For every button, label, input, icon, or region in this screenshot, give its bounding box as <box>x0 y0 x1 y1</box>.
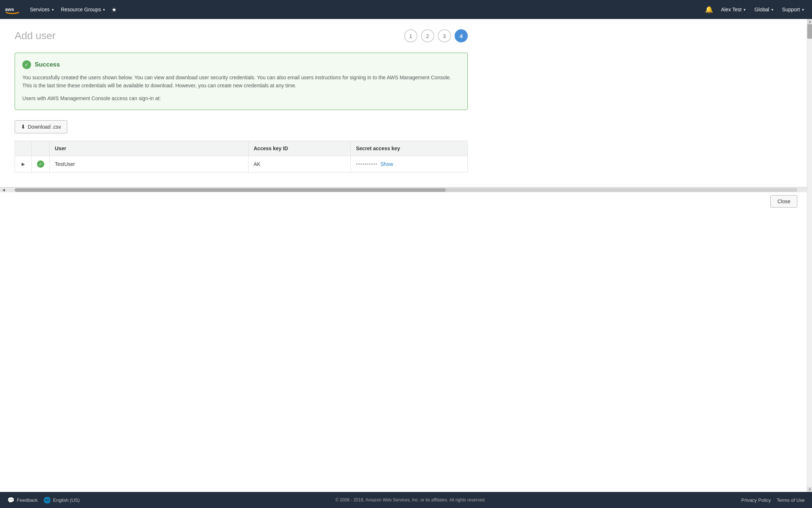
services-chevron-icon: ▾ <box>52 8 54 12</box>
footer-copyright: © 2008 - 2018, Amazon Web Services, Inc.… <box>80 497 741 503</box>
footer: 💬 Feedback 🌐 English (US) © 2008 - 2018,… <box>0 492 812 508</box>
copyright-text: © 2008 - 2018, Amazon Web Services, Inc.… <box>335 497 486 503</box>
aws-logo[interactable]: aws <box>4 4 20 15</box>
scroll-thumb <box>15 188 446 192</box>
col-secret-key-header: Secret access key <box>351 141 468 156</box>
access-key-cell: AK <box>248 156 351 173</box>
region-chevron-icon: ▾ <box>771 8 773 12</box>
vertical-scrollbar[interactable]: ▲ ▼ <box>807 19 812 492</box>
col-status-header <box>32 141 50 156</box>
status-cell: ✓ <box>32 156 50 173</box>
success-body-line1: You successfully created the users shown… <box>22 73 459 90</box>
download-btn-label: Download .csv <box>28 124 61 130</box>
success-title: Success <box>35 61 60 68</box>
success-body: You successfully created the users shown… <box>22 73 459 102</box>
page-header: Add user 1 2 3 4 <box>15 29 468 42</box>
scroll-down-arrow[interactable]: ▼ <box>807 487 812 492</box>
feedback-label: Feedback <box>17 497 38 503</box>
success-body-line2: Users with AWS Management Console access… <box>22 94 459 102</box>
expand-row-btn[interactable]: ▶ <box>20 161 26 167</box>
success-check-icon: ✓ <box>22 60 31 69</box>
close-btn-area: Close <box>0 192 812 211</box>
notifications-btn[interactable]: 🔔 <box>702 3 716 16</box>
expand-cell: ▶ <box>15 156 32 173</box>
scroll-inner-thumb <box>807 24 812 39</box>
user-label: Alex Test <box>721 7 742 12</box>
show-secret-key-link[interactable]: Show <box>380 161 393 167</box>
username-cell: TestUser <box>50 156 248 173</box>
secret-key-cell: •••••••••• Show <box>351 156 468 173</box>
globe-icon: 🌐 <box>43 497 51 504</box>
nav-right: 🔔 Alex Test ▾ Global ▾ Support ▾ <box>702 3 808 16</box>
resource-groups-nav-btn[interactable]: Resource Groups ▾ <box>57 4 109 15</box>
user-menu-btn[interactable]: Alex Test ▾ <box>717 4 750 15</box>
support-chevron-icon: ▾ <box>802 8 804 12</box>
success-header: ✓ Success <box>22 60 459 69</box>
step-indicators: 1 2 3 4 <box>404 29 468 42</box>
horizontal-scrollbar[interactable]: ◀ ▶ <box>0 187 812 192</box>
download-csv-button[interactable]: ⬇ Download .csv <box>15 120 67 133</box>
resource-groups-label: Resource Groups <box>61 7 101 12</box>
scroll-inner-track <box>807 24 812 487</box>
services-label: Services <box>30 7 50 12</box>
step-4[interactable]: 4 <box>455 29 468 42</box>
page-wrapper: Add user 1 2 3 4 ✓ Success <box>0 19 812 492</box>
main-content: Add user 1 2 3 4 ✓ Success <box>0 19 482 187</box>
table-row: ▶ ✓ TestUser AK •••••••••• Show <box>15 156 468 173</box>
col-access-key-header: Access key ID <box>248 141 351 156</box>
close-button[interactable]: Close <box>770 195 797 208</box>
download-icon: ⬇ <box>21 124 26 130</box>
region-menu-btn[interactable]: Global ▾ <box>751 4 777 15</box>
secret-key-masked: •••••••••• <box>356 161 377 167</box>
scroll-left-arrow[interactable]: ◀ <box>0 188 7 192</box>
language-label: English (US) <box>53 497 80 503</box>
access-key-value: AK <box>254 161 261 167</box>
page-title: Add user <box>15 30 56 42</box>
step-3[interactable]: 3 <box>438 29 451 42</box>
step-2[interactable]: 2 <box>421 29 434 42</box>
step-1[interactable]: 1 <box>404 29 417 42</box>
terms-of-use-link[interactable]: Terms of Use <box>777 497 805 503</box>
bell-icon: 🔔 <box>705 5 713 14</box>
top-nav: aws Services ▾ Resource Groups ▾ ★ 🔔 Ale… <box>0 0 812 19</box>
success-box: ✓ Success You successfully created the u… <box>15 53 468 110</box>
footer-left: 💬 Feedback 🌐 English (US) <box>7 497 80 504</box>
table-body: ▶ ✓ TestUser AK •••••••••• Show <box>15 156 468 173</box>
pin-nav-btn[interactable]: ★ <box>109 4 119 15</box>
row-success-icon: ✓ <box>37 160 44 168</box>
scroll-track <box>15 188 797 192</box>
col-user-header: User <box>50 141 248 156</box>
feedback-btn[interactable]: 💬 Feedback <box>7 497 38 504</box>
users-table: User Access key ID Secret access key ▶ ✓… <box>15 141 468 173</box>
table-header: User Access key ID Secret access key <box>15 141 468 156</box>
resource-groups-chevron-icon: ▾ <box>103 8 105 12</box>
table-header-row: User Access key ID Secret access key <box>15 141 468 156</box>
privacy-policy-link[interactable]: Privacy Policy <box>741 497 771 503</box>
user-chevron-icon: ▾ <box>744 8 745 12</box>
footer-right: Privacy Policy Terms of Use <box>741 497 805 503</box>
support-menu-btn[interactable]: Support ▾ <box>778 4 808 15</box>
username-value: TestUser <box>55 161 75 167</box>
region-label: Global <box>754 7 769 12</box>
col-expand-header <box>15 141 32 156</box>
language-btn[interactable]: 🌐 English (US) <box>43 497 80 504</box>
support-label: Support <box>782 7 800 12</box>
services-nav-btn[interactable]: Services ▾ <box>26 4 57 15</box>
scroll-up-arrow[interactable]: ▲ <box>807 19 812 24</box>
svg-text:aws: aws <box>5 7 14 12</box>
feedback-icon: 💬 <box>7 497 15 504</box>
